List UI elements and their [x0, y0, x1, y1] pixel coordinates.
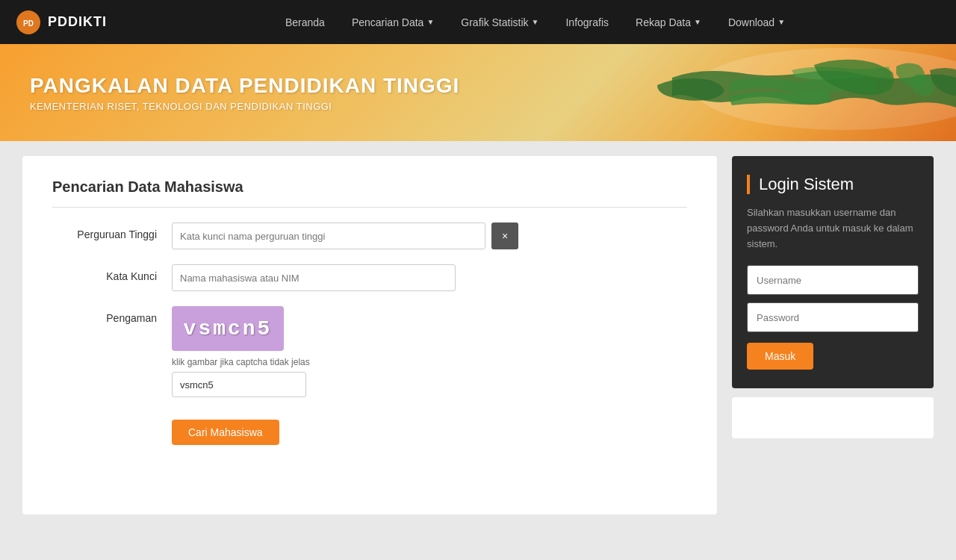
clear-button[interactable]: × — [491, 223, 518, 249]
kata-kunci-label: Kata Kunci — [52, 264, 172, 282]
dropdown-arrow-icon: ▼ — [426, 18, 434, 26]
captcha-block: vsmcn5 klik gambar jika captcha tidak je… — [172, 306, 310, 397]
pengaman-label: Pengaman — [52, 306, 172, 324]
perguruan-tinggi-input[interactable] — [172, 223, 485, 249]
search-button[interactable]: Cari Mahasiswa — [172, 420, 279, 445]
perguruan-tinggi-row: Perguruan Tinggi × — [52, 223, 687, 249]
login-title: Login Sistem — [747, 175, 919, 194]
captcha-hint: klik gambar jika captcha tidak jelas — [172, 357, 310, 367]
captcha-input[interactable] — [172, 372, 306, 397]
nav-beranda[interactable]: Beranda — [272, 0, 338, 44]
hero-text: PANGKALAN DATA PENDIDIKAN TINGGI KEMENTE… — [30, 74, 459, 112]
login-box: Login Sistem Silahkan masukkan username … — [732, 156, 934, 388]
dropdown-arrow-icon: ▼ — [694, 18, 701, 26]
search-panel: Pencarian Data Mahasiswa Perguruan Tingg… — [22, 156, 717, 514]
hero-map-icon — [583, 44, 956, 141]
perguruan-tinggi-controls: × — [172, 223, 518, 249]
dropdown-arrow-icon: ▼ — [532, 18, 539, 26]
main-content: Pencarian Data Mahasiswa Perguruan Tingg… — [0, 141, 956, 529]
navbar: PD PDDIKTI Beranda Pencarian Data ▼ Graf… — [0, 0, 956, 44]
pengaman-row: Pengaman vsmcn5 klik gambar jika captcha… — [52, 306, 687, 397]
nav-download[interactable]: Download ▼ — [715, 0, 798, 44]
times-icon: × — [502, 230, 508, 242]
nav-grafik-statistik[interactable]: Grafik Statistik ▼ — [447, 0, 552, 44]
login-extra-box — [732, 397, 934, 438]
username-input[interactable] — [747, 265, 919, 295]
panel-title: Pencarian Data Mahasiswa — [52, 178, 687, 208]
nav-rekap-data[interactable]: Rekap Data ▼ — [622, 0, 715, 44]
password-input[interactable] — [747, 302, 919, 332]
nav-infografis[interactable]: Infografis — [552, 0, 622, 44]
login-description: Silahkan masukkan username dan password … — [747, 205, 919, 252]
nav-links: Beranda Pencarian Data ▼ Grafik Statisti… — [129, 0, 941, 44]
dropdown-arrow-icon: ▼ — [777, 18, 785, 26]
captcha-image[interactable]: vsmcn5 — [172, 306, 284, 351]
right-panel: Login Sistem Silahkan masukkan username … — [732, 156, 934, 438]
nav-pencarian-data[interactable]: Pencarian Data ▼ — [338, 0, 447, 44]
hero-title: PANGKALAN DATA PENDIDIKAN TINGGI — [30, 74, 459, 98]
brand-logo-icon: PD — [15, 9, 42, 36]
kata-kunci-row: Kata Kunci — [52, 264, 687, 291]
brand-name: PDDIKTI — [48, 14, 107, 30]
captcha-display-text: vsmcn5 — [184, 317, 273, 340]
kata-kunci-input[interactable] — [172, 264, 456, 291]
masuk-button[interactable]: Masuk — [747, 343, 813, 370]
svg-text:PD: PD — [23, 19, 34, 28]
perguruan-tinggi-label: Perguruan Tinggi — [52, 223, 172, 240]
brand[interactable]: PD PDDIKTI — [15, 9, 107, 36]
hero-banner: PANGKALAN DATA PENDIDIKAN TINGGI KEMENTE… — [0, 44, 956, 141]
hero-subtitle: KEMENTERIAN RISET, TEKNOLOGI DAN PENDIDI… — [30, 101, 459, 112]
